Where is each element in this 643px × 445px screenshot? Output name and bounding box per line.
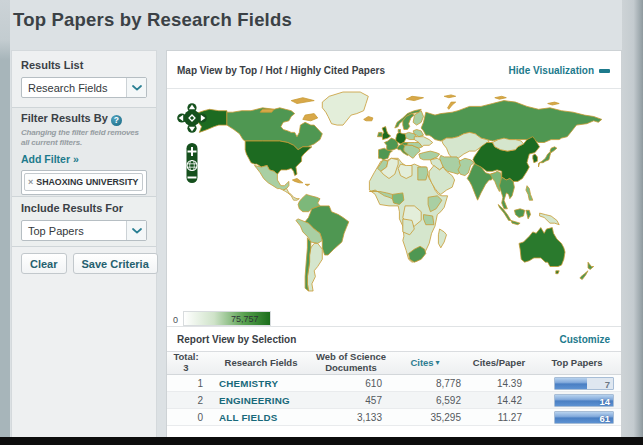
results-list-select[interactable]: Research Fields xyxy=(21,77,147,98)
right-window-edge xyxy=(622,0,643,445)
country-greenland xyxy=(322,92,368,125)
docs-value: 457 xyxy=(317,395,385,406)
results-list-section: Results List Research Fields xyxy=(12,51,156,107)
docs-value: 3,133 xyxy=(317,412,385,423)
main-panel: Map View by Top / Hot / Highly Cited Pap… xyxy=(166,50,622,437)
col-header-total: Total: 3 xyxy=(167,352,205,374)
country-victoria-island xyxy=(260,109,274,112)
row-rank: 1 xyxy=(167,378,205,389)
sort-desc-icon: ▾ xyxy=(436,358,440,367)
country-severnaya xyxy=(495,96,507,99)
col-header-research-fields: Research Fields xyxy=(205,352,317,374)
research-field-link[interactable]: ENGINEERING xyxy=(205,395,317,406)
map-pan-zoom-controls[interactable] xyxy=(176,103,210,203)
top-papers-bar: 61 xyxy=(554,411,614,424)
map-view-header: Map View by Top / Hot / Highly Cited Pap… xyxy=(167,51,621,89)
table-row: 2 ENGINEERING 457 6,592 14.42 14 xyxy=(167,392,621,409)
minus-icon xyxy=(599,69,610,73)
results-list-label: Results List xyxy=(21,59,147,71)
actions-section: Clear Save Criteria xyxy=(12,246,156,282)
country-novaya-zemlya xyxy=(448,102,456,109)
country-madagascar xyxy=(438,229,446,248)
country-borneo xyxy=(514,209,524,218)
top-papers-bar: 7 xyxy=(554,377,614,390)
country-nz-north xyxy=(588,262,594,269)
hide-visualization-label: Hide Visualization xyxy=(509,65,594,76)
help-icon[interactable]: ? xyxy=(111,115,122,126)
country-cuba xyxy=(292,179,302,183)
cites-paper-value: 14.39 xyxy=(465,378,533,389)
include-results-select[interactable]: Top Papers xyxy=(21,220,147,241)
sidebar-action-buttons: Clear Save Criteria xyxy=(21,252,147,274)
save-criteria-button[interactable]: Save Criteria xyxy=(73,253,158,274)
top-papers-bar-fill xyxy=(555,378,587,389)
country-australia xyxy=(519,228,565,267)
top-papers-value: 14 xyxy=(599,396,610,407)
country-ireland xyxy=(378,132,383,136)
country-japan-honshu xyxy=(539,151,552,167)
research-field-link[interactable]: ALL FIELDS xyxy=(205,412,317,423)
col-header-top-papers-label: Top Papers xyxy=(551,358,602,369)
country-se-asia xyxy=(499,177,514,209)
col-header-cites-paper-label: Cites/Paper xyxy=(473,358,525,369)
customize-link[interactable]: Customize xyxy=(559,334,610,345)
chevron-down-icon[interactable] xyxy=(126,78,146,97)
col-header-top-papers: Top Papers xyxy=(533,352,621,374)
country-central-america xyxy=(283,189,299,201)
country-new-guinea xyxy=(540,213,560,225)
include-results-section: Include Results For Top Papers xyxy=(12,197,156,246)
top-papers-value: 7 xyxy=(605,379,610,390)
filter-note: Changing the filter field removes all cu… xyxy=(21,128,147,149)
country-franz-josef xyxy=(444,95,456,98)
legend-max-label: 75,757 xyxy=(231,314,259,324)
cites-paper-value: 11.27 xyxy=(465,412,533,423)
country-java xyxy=(511,220,520,224)
chevron-down-icon[interactable] xyxy=(126,221,146,240)
country-svalbard xyxy=(406,96,423,100)
country-ellesmere xyxy=(291,98,314,104)
add-filter-link[interactable]: Add Filter » xyxy=(21,153,79,165)
include-results-label: Include Results For xyxy=(21,202,147,214)
pan-control[interactable] xyxy=(177,103,207,133)
clear-button[interactable]: Clear xyxy=(21,253,67,274)
zoom-control[interactable] xyxy=(187,143,198,183)
country-uk xyxy=(382,127,391,140)
filter-input[interactable]: × SHAOXING UNIVERSITY xyxy=(21,170,147,195)
world-map xyxy=(167,90,621,312)
cites-value: 6,592 xyxy=(385,395,465,406)
country-sulawesi xyxy=(526,210,531,219)
research-field-link[interactable]: CHEMISTRY xyxy=(205,378,317,389)
country-japan-hokkaido xyxy=(550,147,557,153)
table-header-row: Total: 3 Research Fields Web of Science … xyxy=(167,351,621,375)
results-list-value: Research Fields xyxy=(22,82,126,94)
country-new-siberian xyxy=(548,102,560,105)
docs-value: 610 xyxy=(317,378,385,389)
table-row: 1 CHEMISTRY 610 8,778 14.39 7 xyxy=(167,375,621,392)
report-view-title: Report View by Selection xyxy=(177,334,296,345)
col-header-wos-documents: Web of Science Documents xyxy=(317,352,385,374)
bottom-window-edge xyxy=(0,437,643,445)
col-header-cites[interactable]: Cites ▾ xyxy=(385,352,465,374)
cites-value: 35,295 xyxy=(385,412,465,423)
country-hispaniola xyxy=(305,184,310,185)
hide-visualization-link[interactable]: Hide Visualization xyxy=(509,65,610,76)
col-header-cites-paper: Cites/Paper xyxy=(465,352,533,374)
top-papers-cell: 61 xyxy=(533,409,621,426)
total-value: 3 xyxy=(183,363,188,374)
table-row: 0 ALL FIELDS 3,133 35,295 11.27 61 xyxy=(167,409,621,426)
remove-tag-icon[interactable]: × xyxy=(28,177,33,187)
row-rank: 2 xyxy=(167,395,205,406)
page: Top Papers by Research Fields Results Li… xyxy=(0,0,643,445)
filter-label: Filter Results By? xyxy=(21,112,147,126)
filter-label-text: Filter Results By xyxy=(21,112,108,124)
cites-value: 8,778 xyxy=(385,378,465,389)
filter-tag[interactable]: × SHAOXING UNIVERSITY xyxy=(24,173,143,191)
row-rank: 0 xyxy=(167,412,205,423)
legend-min-label: 0 xyxy=(173,315,178,325)
country-tanzania xyxy=(424,215,434,225)
map-legend: 0 75,757 xyxy=(167,309,621,326)
map-visualization[interactable]: 0 75,757 xyxy=(167,90,621,326)
country-denmark xyxy=(398,130,400,133)
report-view-header: Report View by Selection Customize xyxy=(167,326,621,351)
top-papers-value: 61 xyxy=(599,413,610,424)
